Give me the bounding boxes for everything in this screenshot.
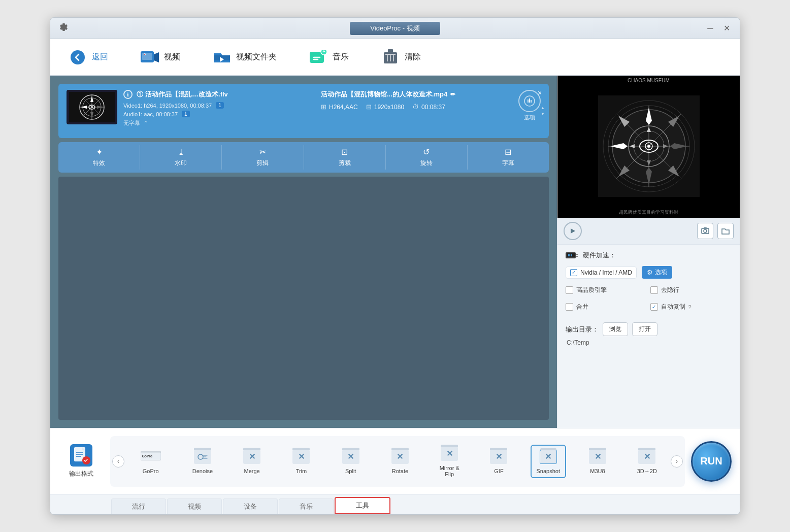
video-folder-label: 视频文件夹: [236, 52, 277, 62]
video-icon: [141, 48, 159, 66]
tool-item-merge[interactable]: ✕ Merge: [234, 446, 270, 477]
high-quality-label: 高品质引擎: [576, 286, 607, 294]
folder-button[interactable]: [717, 223, 734, 239]
help-icon[interactable]: ?: [688, 304, 692, 310]
screenshot-button[interactable]: [697, 223, 713, 239]
nav-back-button[interactable]: 返回: [62, 44, 114, 71]
tab-tools[interactable]: 工具: [335, 497, 390, 514]
output-format-icon: [70, 444, 92, 467]
minimize-button[interactable]: ─: [705, 23, 715, 34]
3d2d-icon: ✕: [637, 449, 657, 465]
denoise-icon: [192, 449, 213, 465]
effects-label: 特效: [93, 159, 105, 168]
tool-item-3d2d[interactable]: ✕ 3D→2D: [629, 446, 665, 477]
svg-rect-56: [704, 227, 707, 228]
tool-item-m3u8[interactable]: ✕ M3U8: [580, 446, 615, 477]
cut-button[interactable]: ✂ 剪辑: [222, 145, 304, 170]
tab-popular[interactable]: 流行: [111, 498, 166, 514]
high-quality-item: 高品质引擎: [566, 286, 647, 294]
carousel-prev[interactable]: ‹: [112, 455, 124, 468]
play-button[interactable]: [564, 222, 582, 240]
watermark-button[interactable]: ⤓ 水印: [140, 145, 222, 170]
tab-music[interactable]: 音乐: [279, 498, 334, 514]
output-filename: 活动作品【混乱博物馆...的人体改造术.mp4 ✏: [321, 90, 508, 99]
back-icon: [69, 48, 87, 66]
edit-filename-icon[interactable]: ✏: [450, 91, 455, 98]
close-button[interactable]: ✕: [721, 23, 732, 34]
tool-item-denoise[interactable]: Denoise: [185, 446, 220, 477]
codec-label: 选项: [524, 114, 535, 121]
edit-toolbar: ✦ 特效 ⤓ 水印 ✂ 剪辑 ⊡ 剪裁 ↺ 旋转: [58, 142, 549, 173]
subtitle-button[interactable]: ⊟ 字幕: [468, 145, 549, 170]
svg-point-48: [647, 145, 650, 148]
preview-main: [557, 85, 740, 207]
svg-rect-61: [568, 254, 570, 256]
tools-list: GoPro GoPro Denoise: [124, 443, 671, 480]
tab-device[interactable]: 设备: [223, 498, 278, 514]
svg-marker-53: [571, 228, 575, 234]
right-panel: CHAOS MUSEUM: [557, 76, 740, 428]
svg-rect-12: [390, 55, 391, 61]
split-icon: ✕: [341, 449, 361, 465]
tool-item-split[interactable]: ✕ Split: [333, 446, 369, 477]
nav-clear-button[interactable]: 清除: [375, 44, 427, 71]
back-label: 返回: [92, 52, 108, 62]
open-button[interactable]: 打开: [632, 322, 657, 336]
no-parallel-label: 去隐行: [661, 286, 679, 294]
snapshot-icon: ✕: [538, 449, 558, 465]
merge-icon: ✕: [242, 449, 262, 465]
tool-item-trim[interactable]: ✕ Trim: [283, 446, 319, 477]
run-button[interactable]: RUN: [691, 441, 732, 482]
tab-video[interactable]: 视频: [167, 498, 222, 514]
effects-button[interactable]: ✦ 特效: [58, 145, 140, 170]
auto-copy-checkbox[interactable]: [650, 303, 658, 311]
svg-rect-10: [385, 54, 396, 55]
nvidia-checkbox[interactable]: ✓ Nvidia / Intel / AMD: [566, 267, 637, 279]
clear-icon: [381, 48, 400, 66]
file-thumbnail: [67, 90, 117, 124]
clip-button[interactable]: ⊡ 剪裁: [304, 145, 386, 170]
high-quality-checkbox[interactable]: [566, 286, 573, 294]
preview-top-text: CHAOS MUSEUM: [557, 76, 740, 85]
rotate-tool-label: Rotate: [392, 468, 408, 474]
tool-item-mirror[interactable]: ✕ Mirror & Flip: [432, 443, 467, 480]
auto-copy-label: 自动复制: [661, 303, 685, 311]
svg-text:GoPro: GoPro: [142, 454, 152, 457]
tool-item-gopro[interactable]: GoPro GoPro: [130, 446, 171, 477]
svg-rect-3: [142, 53, 152, 60]
subtitle-label: 无字幕: [123, 119, 140, 127]
merge-checkbox[interactable]: [566, 303, 573, 311]
audio-badge: 1: [182, 111, 190, 117]
clear-label: 清除: [405, 52, 421, 62]
source-filename: ① 活动作品【混乱....改造术.flv: [137, 90, 228, 99]
music-label: 音乐: [333, 52, 349, 62]
video-label: 视频: [164, 52, 180, 62]
nav-video-folder-button[interactable]: 视频文件夹: [207, 44, 283, 71]
trim-icon: ✕: [291, 449, 311, 465]
cut-label: 剪辑: [256, 159, 269, 168]
rotate-button[interactable]: ↺ 旋转: [386, 145, 468, 170]
output-format-button[interactable]: 输出格式: [58, 436, 104, 487]
scroll-down[interactable]: ▼: [539, 112, 547, 117]
close-card-button[interactable]: ×: [535, 88, 545, 98]
no-parallel-checkbox[interactable]: [650, 286, 658, 294]
tool-item-snapshot[interactable]: ✕ Snapshot: [531, 445, 566, 478]
merge-label: Merge: [244, 468, 260, 474]
scroll-up[interactable]: ▲: [539, 106, 547, 111]
nav-music-button[interactable]: 音乐: [303, 44, 355, 71]
watermark-label: 水印: [175, 159, 187, 168]
subtitle-label: 字幕: [502, 159, 514, 168]
3d2d-label: 3D→2D: [637, 468, 657, 474]
svg-rect-11: [387, 55, 388, 61]
browse-button[interactable]: 浏览: [603, 322, 628, 336]
nvidia-label: Nvidia / Intel / AMD: [580, 269, 632, 276]
tool-item-rotate[interactable]: ✕ Rotate: [382, 446, 418, 477]
settings-icon[interactable]: [58, 22, 69, 35]
preview-action-buttons: [697, 223, 734, 239]
gopro-icon: GoPro: [141, 449, 161, 465]
nav-video-button[interactable]: 视频: [135, 44, 186, 71]
tool-item-gif[interactable]: ✕ GIF: [481, 446, 516, 477]
hw-options-button[interactable]: ⚙ 选项: [642, 266, 672, 279]
carousel-next[interactable]: ›: [671, 455, 683, 468]
bottom-bar: 输出格式 ‹ GoPro GoPro: [50, 428, 740, 494]
